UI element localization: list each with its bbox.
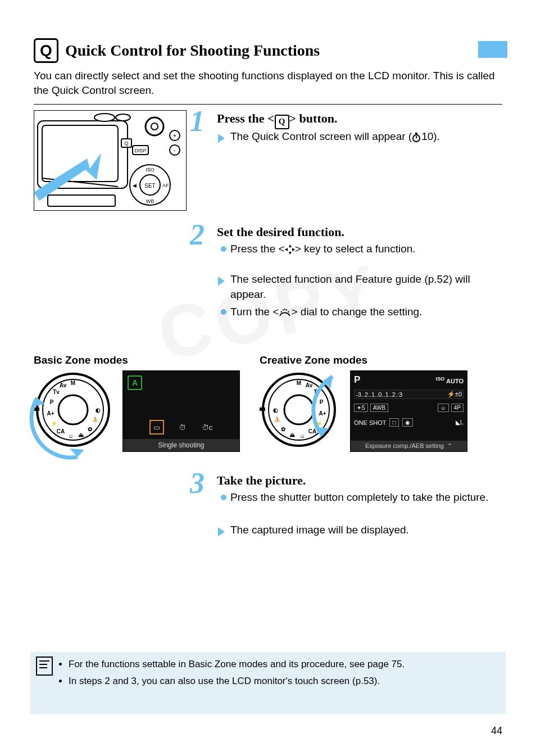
step-1-text: The Quick Control screen will appear (10… [230,129,502,147]
mode-p: P [354,374,360,386]
svg-marker-27 [289,245,292,247]
chevron-up-icon: ⌃ [447,442,452,449]
step-1-title: Press the <Q> button. [217,111,337,129]
face-icon: ☺ [438,404,449,412]
step-2-line1: Press the <> key to select a function. [230,242,502,259]
lcd-screen-basic: A ▭ ⏱ ⏱c Single shooting [122,370,240,452]
svg-text:SET: SET [144,183,155,189]
svg-point-20 [116,114,130,121]
screen-bottom-label: Single shooting [123,439,239,451]
note-icon [36,657,53,676]
q-button-icon: Q [275,115,289,129]
divider [34,104,502,105]
svg-marker-29 [285,248,288,251]
s2-row-exp: -3..2..1..0..1..2.:3 ⚡±0 [354,390,464,399]
svg-point-14 [151,123,158,130]
step-2-line2: The selected function and Feature guide … [230,272,502,302]
intro-paragraph: You can directly select and set the shoo… [34,69,502,97]
dot-bullet-icon [221,246,226,252]
step-2-title: Set the desired function. [217,225,344,239]
svg-text:Q: Q [124,141,128,146]
page-title: Quick Control for Shooting Functions [65,42,320,60]
metering-chip: ◉ [402,418,413,427]
picture-style-icon: ✦S [354,404,368,412]
svg-marker-28 [289,252,292,255]
timer-value: 10 [421,130,433,142]
s2b3b: > dial to change the setting. [291,306,422,318]
step-number-1: 1 [190,105,205,138]
flash-mode-icon: 4P [451,404,464,412]
iso-auto: ISO AUTO [436,376,464,384]
svg-text:+: + [173,133,176,139]
rotate-arrow-icon [21,370,122,471]
dot-bullet-icon [221,309,226,315]
lcd-screen-creative: P ISO AUTO -3..2..1..0..1..2.:3 ⚡±0 ✦S A… [350,370,467,452]
drive-icons-row: ▭ ⏱ ⏱c [123,420,239,434]
cross-key-icon [285,244,295,259]
svg-text:WB: WB [146,198,155,204]
single-shot-icon: ▭ [149,420,164,434]
exposure-scale: -3..2..1..0..1..2.:3 [356,391,402,398]
arrow-bullet-icon [218,527,225,536]
step-number-2: 2 [190,218,205,251]
svg-text:◀: ◀ [133,183,137,188]
s2b1a: Press the < [230,243,285,255]
timer-10-icon [412,132,421,147]
note-item-1: For the functions settable in Basic Zone… [69,658,500,671]
svg-marker-23 [34,153,101,201]
svg-rect-64 [260,408,265,411]
s2-row-2: ✦S AWB ☺ 4P [354,404,464,412]
q-icon: Q [34,38,58,63]
arrow-bullet-icon [218,277,225,286]
step-3-title: Take the picture. [217,473,306,488]
step1-b1b: ). [433,130,440,142]
svg-point-19 [94,114,115,121]
svg-text:DISP: DISP [134,148,146,153]
basic-zone-caption: Basic Zone modes [34,353,128,368]
one-shot: ONE SHOT [354,419,386,426]
svg-text:⛰: ⛰ [289,432,295,438]
s2-row-top: P ISO AUTO [354,374,464,386]
step-3-line2: The captured image will be displayed. [230,523,502,538]
pointer-arrow-icon [34,153,107,203]
s2-bottom-label: Exposure comp./AEB setting [365,442,444,449]
step-2-line3: Turn the <> dial to change the setting. [230,305,502,322]
dot-bullet-icon [221,495,226,500]
note2-post: ). [374,676,380,686]
note-item-2: In steps 2 and 3, you can also use the L… [69,674,500,688]
note-list: For the functions settable in Basic Zone… [60,658,500,688]
s2b1b: > key to select a function. [295,243,416,255]
svg-text:-: - [174,147,175,153]
s2b3a: Turn the < [230,306,279,318]
s2-bottom: Exposure comp./AEB setting ⌃ [351,441,467,451]
step1-title-pre: Press the < [217,111,275,125]
svg-rect-25 [415,133,417,134]
svg-text:◐: ◐ [273,407,278,413]
selftimer-icon: ⏱ [176,421,189,433]
flash-comp: ⚡±0 [447,391,462,398]
step1-title-post: > button. [289,111,338,125]
s2-row-3: ONE SHOT □ ◉ ◣L [354,418,464,427]
svg-text:ISO: ISO [146,167,155,173]
selftimer-cont-icon: ⏱c [201,421,214,433]
arrow-bullet-icon [218,134,225,143]
quality-chip: ◣L [456,419,464,426]
svg-text:⛹: ⛹ [274,417,281,424]
page-number: 44 [491,725,502,737]
drive-chip: □ [389,418,398,427]
note-box: For the functions settable in Basic Zone… [30,652,506,714]
awb-chip: AWB [370,404,388,412]
svg-text:✿: ✿ [281,426,286,432]
main-dial-icon [279,306,291,322]
svg-marker-66 [315,427,329,436]
step1-b1a: The Quick Control screen will appear ( [230,130,412,142]
step-3-line1: Press the shutter button completely to t… [230,490,502,505]
mode-badge-auto-icon: A [128,375,142,390]
note2-pre: In steps 2 and 3, you can also use the L… [69,676,356,686]
step-number-3: 3 [190,467,205,500]
svg-text:AF: AF [162,183,169,188]
header: Q Quick Control for Shooting Functions [34,38,502,63]
